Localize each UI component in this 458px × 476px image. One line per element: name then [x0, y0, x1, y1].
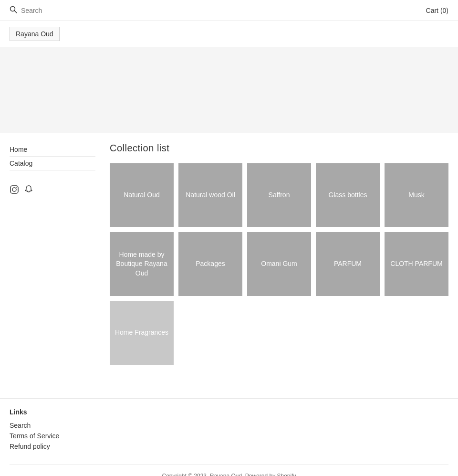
social-icons — [10, 180, 95, 197]
collection-grid-row1: Natural Oud Natural wood Oil Saffron Gla… — [110, 163, 448, 227]
footer-links-section: Links Search Terms of Service Refund pol… — [10, 408, 448, 450]
collection-grid-row3: Home Fragrances — [110, 301, 448, 365]
svg-point-3 — [12, 188, 16, 191]
collection-item-label: Packages — [196, 259, 225, 269]
search-icon — [10, 6, 17, 13]
sidebar: Home Catalog — [10, 143, 95, 370]
main-layout: Home Catalog Col — [0, 133, 458, 379]
search-submit-button[interactable] — [10, 6, 17, 15]
collection-item-saffron[interactable]: Saffron — [247, 163, 311, 227]
footer-links-list: Search Terms of Service Refund policy — [10, 422, 448, 450]
instagram-icon[interactable] — [10, 185, 19, 197]
header: Cart (0) — [0, 0, 458, 21]
footer-link-item-refund: Refund policy — [10, 443, 448, 450]
footer-links-title: Links — [10, 408, 448, 416]
collection-list-title: Collection list — [110, 143, 448, 154]
collection-item-home-fragrances[interactable]: Home Fragrances — [110, 301, 174, 365]
sidebar-item-catalog[interactable]: Catalog — [10, 157, 95, 170]
footer-link-refund[interactable]: Refund policy — [10, 443, 50, 450]
sidebar-link-catalog[interactable]: Catalog — [10, 159, 32, 167]
hero-banner — [0, 47, 458, 133]
logo-area: Rayana Oud — [0, 21, 458, 47]
main-content: Collection list Natural Oud Natural wood… — [110, 143, 448, 370]
collection-item-musk[interactable]: Musk — [385, 163, 448, 227]
collection-item-cloth-parfum[interactable]: CLOTH PARFUM — [385, 232, 448, 296]
sidebar-nav: Home Catalog — [10, 143, 95, 170]
collection-item-label: PARFUM — [334, 259, 362, 269]
footer-link-search[interactable]: Search — [10, 422, 31, 429]
collection-item-label: Home made by Boutique Rayana Oud — [114, 250, 169, 278]
collection-item-label: Natural Oud — [124, 190, 159, 200]
collection-item-natural-wood-oil[interactable]: Natural wood Oil — [178, 163, 242, 227]
footer-link-tos[interactable]: Terms of Service — [10, 432, 59, 440]
search-form — [10, 6, 164, 15]
footer-link-item-tos: Terms of Service — [10, 432, 448, 440]
collection-item-label: Saffron — [269, 190, 290, 200]
footer-copyright: Copyright © 2023, Rayana Oud. Powered by… — [10, 465, 448, 476]
collection-item-label: Glass bottles — [329, 190, 367, 200]
svg-line-1 — [15, 11, 17, 13]
svg-point-4 — [16, 187, 17, 188]
snapchat-icon[interactable] — [24, 185, 33, 197]
sidebar-item-home[interactable]: Home — [10, 143, 95, 157]
search-input[interactable] — [21, 7, 164, 14]
collection-item-glass-bottles[interactable]: Glass bottles — [316, 163, 380, 227]
collection-item-parfum[interactable]: PARFUM — [316, 232, 380, 296]
collection-item-home-made[interactable]: Home made by Boutique Rayana Oud — [110, 232, 174, 296]
collection-item-label: Natural wood Oil — [186, 190, 235, 200]
collection-item-packages[interactable]: Packages — [178, 232, 242, 296]
collection-item-label: Home Fragrances — [115, 328, 168, 338]
collection-item-label: Omani Gum — [261, 259, 297, 269]
footer-link-item-search: Search — [10, 422, 448, 429]
collection-item-label: Musk — [408, 190, 424, 200]
cart-link[interactable]: Cart (0) — [426, 7, 448, 14]
logo-text: Rayana Oud — [10, 27, 60, 41]
sidebar-link-home[interactable]: Home — [10, 146, 27, 153]
collection-item-label: CLOTH PARFUM — [390, 259, 442, 269]
collection-item-omani-gum[interactable]: Omani Gum — [247, 232, 311, 296]
collection-grid-row2: Home made by Boutique Rayana Oud Package… — [110, 232, 448, 296]
collection-item-natural-oud[interactable]: Natural Oud — [110, 163, 174, 227]
footer: Links Search Terms of Service Refund pol… — [0, 398, 458, 476]
